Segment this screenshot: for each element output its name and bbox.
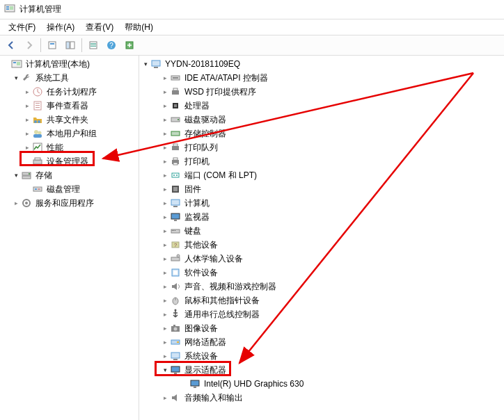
svg-point-48	[178, 119, 179, 120]
back-button[interactable]	[3, 37, 19, 54]
expander-icon[interactable]: ▸	[160, 325, 170, 332]
expander-icon[interactable]: ▸	[22, 88, 32, 95]
svg-text:?: ?	[109, 42, 113, 49]
device-computers[interactable]: ▸计算机	[139, 196, 504, 210]
device-hid[interactable]: ▸人体学输入设备	[139, 252, 504, 266]
expander-icon[interactable]: ▸	[160, 213, 170, 220]
tree-label: 共享文件夹	[45, 114, 90, 126]
forward-button[interactable]	[21, 37, 38, 54]
properties-button[interactable]	[85, 37, 102, 54]
expander-icon[interactable]: ▸	[160, 116, 170, 123]
expander-icon[interactable]: ▸	[160, 241, 170, 248]
svg-rect-53	[173, 158, 178, 160]
tree-event-viewer[interactable]: ▸ 事件查看器	[0, 99, 139, 113]
tree-task-scheduler[interactable]: ▸ 任务计划程序	[0, 85, 139, 99]
firmware-icon	[170, 184, 181, 195]
expander-icon[interactable]: ▸	[22, 102, 32, 109]
device-imaging[interactable]: ▸图像设备	[139, 321, 504, 335]
expander-icon[interactable]: ▸	[160, 74, 170, 81]
device-wsd[interactable]: ▸WSD 打印提供程序	[139, 85, 504, 99]
expander-icon[interactable]: ▸	[160, 88, 170, 95]
tree-shared-folders[interactable]: ▸ 共享文件夹	[0, 113, 139, 127]
device-display-adapters[interactable]: ▾显示适配器	[139, 363, 504, 377]
device-display-adapter-child[interactable]: Intel(R) UHD Graphics 630	[139, 377, 504, 391]
device-monitors[interactable]: ▸监视器	[139, 210, 504, 224]
device-software[interactable]: ▸软件设备	[139, 266, 504, 280]
device-storage-controllers[interactable]: ▸存储控制器	[139, 127, 504, 140]
tree-label: 任务计划程序	[45, 86, 98, 98]
device-system-devices[interactable]: ▸系统设备	[139, 349, 504, 363]
svg-rect-73	[173, 270, 178, 275]
expander-icon[interactable]: ▸	[160, 353, 170, 360]
camera-icon	[170, 323, 181, 334]
expander-icon[interactable]: ▸	[11, 200, 21, 207]
expander-open-icon[interactable]: ▾	[141, 60, 150, 67]
svg-rect-17	[17, 62, 20, 65]
device-print-queues[interactable]: ▸打印队列	[139, 140, 504, 154]
device-firmware[interactable]: ▸固件	[139, 182, 504, 196]
up-button[interactable]	[44, 37, 61, 54]
device-disk-drives[interactable]: ▸磁盘驱动器	[139, 113, 504, 127]
svg-rect-59	[173, 187, 178, 191]
device-keyboards[interactable]: ▸键盘	[139, 224, 504, 238]
tree-device-manager[interactable]: 设备管理器	[0, 154, 139, 168]
expander-icon[interactable]: ▸	[160, 311, 170, 318]
expander-icon[interactable]: ▸	[160, 339, 170, 346]
device-ide-ata[interactable]: ▸IDE ATA/ATAPI 控制器	[139, 71, 504, 85]
expander-icon[interactable]: ▸	[160, 394, 170, 401]
expander-icon[interactable]: ▸	[160, 297, 170, 304]
expander-icon[interactable]: ▸	[160, 172, 170, 179]
expander-icon[interactable]: ▸	[160, 144, 170, 151]
expander-icon[interactable]: ▸	[160, 283, 170, 290]
svg-rect-22	[36, 107, 40, 108]
expander-open-icon[interactable]: ▾	[11, 172, 21, 179]
tree-storage[interactable]: ▾ 存储	[0, 168, 139, 182]
expander-open-icon[interactable]: ▾	[160, 366, 170, 373]
tree-local-users-groups[interactable]: ▸ 本地用户和组	[0, 127, 139, 140]
device-root[interactable]: ▾ YYDN-20181109EQ	[139, 57, 504, 71]
svg-point-38	[25, 202, 28, 204]
menu-action[interactable]: 操作(A)	[41, 20, 80, 35]
device-processors[interactable]: ▸处理器	[139, 99, 504, 113]
show-hide-button[interactable]	[62, 37, 79, 54]
expander-icon[interactable]: ▸	[160, 130, 170, 137]
device-other[interactable]: ▸?其他设备	[139, 238, 504, 252]
tree-services-apps[interactable]: ▸ 服务和应用程序	[0, 196, 139, 210]
expander-icon[interactable]: ▸	[160, 158, 170, 165]
tree-disk-management[interactable]: 磁盘管理	[0, 182, 139, 196]
expander-icon[interactable]: ▸	[22, 130, 32, 137]
mouse-icon	[170, 295, 181, 306]
storage-icon	[21, 170, 32, 181]
device-usb[interactable]: ▸通用串行总线控制器	[139, 307, 504, 321]
view-button[interactable]	[121, 37, 138, 54]
expander-open-icon[interactable]: ▾	[11, 74, 21, 81]
expander-icon[interactable]: ▸	[160, 200, 170, 207]
expander-icon[interactable]: ▸	[160, 102, 170, 109]
device-audio-io[interactable]: ▸音频输入和输出	[139, 391, 504, 405]
print-queue-icon	[170, 142, 181, 153]
expander-icon[interactable]: ▸	[160, 186, 170, 193]
device-sound-video-game[interactable]: ▸声音、视频和游戏控制器	[139, 280, 504, 293]
menu-file[interactable]: 文件(F)	[3, 20, 41, 35]
expander-icon[interactable]: ▸	[22, 116, 32, 123]
expander-icon[interactable]: ▸	[160, 255, 170, 262]
expander-icon[interactable]: ▸	[160, 269, 170, 276]
svg-rect-70	[171, 257, 180, 261]
svg-rect-86	[194, 387, 196, 388]
tree-root-computer-management[interactable]: 计算机管理(本地)	[0, 57, 139, 71]
tree-label: 其他设备	[183, 239, 219, 251]
tree-label: 存储	[34, 170, 54, 181]
tree-performance[interactable]: ▸ 性能	[0, 140, 139, 154]
device-mice[interactable]: ▸鼠标和其他指针设备	[139, 293, 504, 307]
device-network-adapters[interactable]: ▸网络适配器	[139, 335, 504, 349]
tree-system-tools[interactable]: ▾ 系统工具	[0, 71, 139, 85]
svg-rect-44	[173, 88, 178, 90]
svg-rect-83	[171, 366, 180, 372]
expander-icon[interactable]: ▸	[160, 227, 170, 234]
expander-icon[interactable]: ▸	[22, 144, 32, 151]
menu-view[interactable]: 查看(V)	[80, 20, 119, 35]
device-ports[interactable]: ▸端口 (COM 和 LPT)	[139, 168, 504, 182]
menu-help[interactable]: 帮助(H)	[119, 20, 159, 35]
help-button[interactable]: ?	[103, 37, 120, 54]
device-printers[interactable]: ▸打印机	[139, 154, 504, 168]
